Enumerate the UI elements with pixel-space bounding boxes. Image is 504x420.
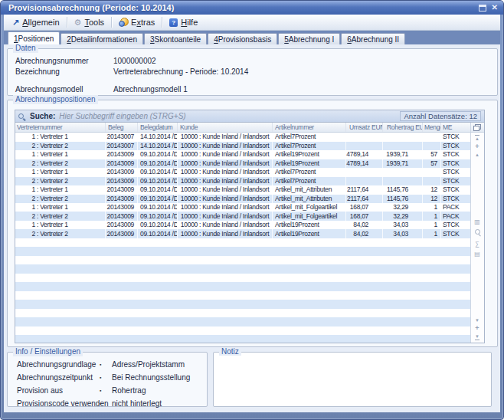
cell-vertreter: 2 : Vertreter 2	[15, 212, 106, 221]
cell-rohertrag: 32,29	[383, 203, 423, 212]
table-row[interactable]: 2 : Vertreter 22014300714.10.2014 /Di100…	[15, 142, 470, 151]
table-row[interactable]: 1 : Vertreter 12014300909.10.2014 /Do100…	[15, 168, 470, 177]
grid-layout-icon[interactable]: ▤	[474, 251, 480, 258]
move-up-icon[interactable]: +	[475, 144, 479, 149]
column-header-me[interactable]: ME	[441, 123, 470, 132]
column-header-umsatz-eur[interactable]: Umsatz EUR	[346, 123, 383, 132]
tab-1-positionen[interactable]: 1 Positionen	[8, 31, 60, 44]
cell-umsatz	[346, 177, 383, 186]
table-row[interactable]: 1 : Vertreter 12014300909.10.2014 /Do100…	[15, 185, 470, 195]
cell-kunde: 10000 : Kunde Inland / Inlandsort	[178, 150, 273, 159]
table-row[interactable]: 2 : Vertreter 22014300909.10.2014 /Do100…	[15, 195, 470, 204]
tab-2-detailinformationen[interactable]: 2 Detailinformationen	[61, 33, 143, 44]
close-icon[interactable]: ✕	[492, 4, 498, 11]
sum-icon[interactable]: ∑	[475, 241, 479, 248]
column-header-rohertrag-eur[interactable]: Rohertrag EUR	[383, 123, 423, 132]
info-row: Abrechnungsgrundlage▪Adress/Projektstamm	[17, 360, 207, 369]
cell-me: PACK	[441, 212, 470, 221]
cell-vertreter: 2 : Vertreter 2	[15, 159, 106, 169]
daten-field-row: BezeichnungVertreterabrechnung - Periode…	[15, 67, 497, 76]
tab-5-abrechnung-i[interactable]: 5 Abrechnung I	[278, 33, 340, 44]
cell-belegdatum: 09.10.2014 /Do	[138, 159, 178, 169]
table-row[interactable]: 2 : Vertreter 22014300909.10.2014 /Do100…	[15, 230, 470, 239]
cell-artikelnummer: Artikel7Prozent	[273, 142, 346, 151]
daten-field-row: Abrechnungsnummer1000000002	[15, 57, 497, 65]
cell-umsatz: 84,02	[346, 221, 383, 230]
cell-belegdatum: 09.10.2014 /Do	[138, 185, 178, 195]
cell-beleg: 20143009	[106, 230, 138, 239]
grid-header: VertreternummerBelegBelegdatumKundeArtik…	[15, 123, 484, 133]
info-label: Provisionscode verwenden	[17, 399, 100, 409]
cell-me: STCK	[441, 168, 470, 177]
cell-kunde: 10000 : Kunde Inland / Inlandsort	[178, 159, 273, 169]
column-header-menge[interactable]: Menge	[423, 123, 441, 132]
tab-3-skontoanteile[interactable]: 3 Skontoanteile	[144, 33, 207, 44]
table-row[interactable]: 2 : Vertreter 22014300909.10.2014 /Do100…	[15, 212, 470, 221]
grid-settings-icon[interactable]	[473, 124, 481, 131]
scroll-bottom-icon[interactable]: ▼	[475, 334, 479, 340]
column-header-belegdatum[interactable]: Belegdatum	[138, 123, 178, 132]
menu-item-tools[interactable]: ⚙Tools	[69, 16, 110, 28]
rail-bottom-group: ▼ + ▼	[475, 318, 479, 340]
info-rows: Abrechnungsgrundlage▪Adress/Projektstamm…	[8, 353, 207, 409]
table-row[interactable]: 1 : Vertreter 12014300909.10.2014 /Do100…	[15, 203, 470, 212]
menu-separator	[162, 17, 162, 28]
cell-menge	[423, 142, 441, 151]
menu-separator	[111, 17, 112, 28]
tab-6-abrechnung-ii[interactable]: 6 Abrechnung II	[341, 33, 405, 44]
cell-rohertrag	[383, 142, 423, 151]
title-bar: Provisionsabrechnung (Periode: 10.2014) …	[1, 1, 503, 15]
column-header-artikelnummer[interactable]: Artikelnummer	[273, 123, 346, 132]
cell-vertreter: 2 : Vertreter 2	[15, 177, 106, 186]
table-row[interactable]: 1 : Vertreter 12014300909.10.2014 /Do100…	[15, 221, 470, 230]
cell-belegdatum: 09.10.2014 /Do	[138, 212, 178, 221]
info-value: Adress/Projektstamm	[112, 360, 185, 369]
cell-rohertrag	[383, 168, 423, 177]
cell-umsatz: 4789,14	[346, 159, 383, 169]
bullet-icon: ▪	[100, 399, 112, 409]
column-header-vertreternummer[interactable]: Vertreternummer	[15, 123, 106, 132]
column-header-beleg[interactable]: Beleg	[106, 123, 138, 132]
field-label: Abrechnungsmodell	[15, 85, 113, 94]
column-header-kunde[interactable]: Kunde	[178, 123, 273, 132]
group-abrechnungspositionen: Abrechnungspositionen Suche: Hier Suchbe…	[7, 100, 498, 347]
search-bar[interactable]: Suche: Hier Suchbegriff eingeben (STRG+S…	[15, 110, 484, 123]
cell-me: STCK	[441, 142, 470, 151]
cell-umsatz: 2117,64	[346, 185, 383, 195]
cell-beleg: 20143009	[106, 168, 138, 177]
search-input[interactable]: Hier Suchbegriff eingeben (STRG+S)	[59, 112, 396, 120]
step-down-icon[interactable]: ▼	[475, 318, 479, 323]
restore-window-icon[interactable]	[479, 5, 486, 11]
group-daten: Daten Abrechnungsnummer1000000002Bezeich…	[7, 48, 498, 96]
columns-icon[interactable]: ▥	[474, 218, 480, 225]
group-info-title: Info / Einstellungen	[13, 347, 83, 356]
tab-4-provisionsbasis[interactable]: 4 Provisionsbasis	[208, 33, 277, 44]
step-up-icon[interactable]: ▲	[475, 153, 479, 157]
scroll-top-icon[interactable]: ▲	[475, 135, 479, 141]
cell-vertreter: 1 : Vertreter 1	[15, 150, 106, 159]
info-row: Abrechnungszeitpunkt▪Bei Rechnungsstellu…	[17, 373, 207, 382]
table-row[interactable]: 2 : Vertreter 22014300909.10.2014 /Do100…	[15, 177, 470, 186]
cell-artikelnummer: Artikel_mit_Attributen	[273, 195, 346, 204]
cell-artikelnummer: Artikel19Prozent	[273, 159, 346, 169]
cell-vertreter: 1 : Vertreter 1	[15, 168, 106, 177]
notiz-textarea[interactable]	[216, 356, 489, 404]
cell-rohertrag: 1145,76	[383, 195, 423, 204]
cell-menge: 12	[423, 195, 441, 204]
cell-vertreter: 1 : Vertreter 1	[15, 185, 106, 195]
table-row[interactable]: 2 : Vertreter 22014300909.10.2014 /Do100…	[15, 159, 470, 169]
move-down-icon[interactable]: +	[475, 326, 479, 331]
cell-menge: 57	[423, 159, 441, 169]
cell-artikelnummer: Artikel_mit_Attributen	[273, 185, 346, 195]
table-row[interactable]: 1 : Vertreter 12014300714.10.2014 /Di100…	[15, 133, 470, 142]
window-controls: ✕	[479, 4, 498, 11]
menu-item-hilfe[interactable]: ?Hilfe	[164, 16, 203, 28]
search-icon	[18, 113, 26, 120]
cell-me: STCK	[441, 177, 470, 186]
menu-item-allgemein[interactable]: ↗Allgemein	[7, 16, 65, 28]
table-row[interactable]: 1 : Vertreter 12014300909.10.2014 /Do100…	[15, 150, 470, 159]
zoom-icon[interactable]	[474, 229, 481, 237]
cell-rohertrag	[383, 177, 423, 186]
search-label: Suche:	[30, 112, 55, 120]
menu-item-extras[interactable]: Extras	[113, 16, 160, 28]
